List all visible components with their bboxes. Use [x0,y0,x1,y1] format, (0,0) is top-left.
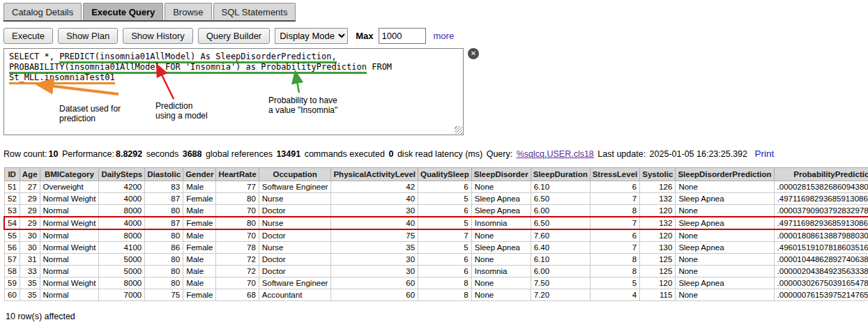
column-header-occupation: Occupation [259,168,331,181]
cell: 4 [590,289,640,301]
cell: Sleep Apnea [676,193,774,205]
table-row[interactable]: 5935Normal Weight800080Male70Software En… [4,277,868,289]
query-editor-area: SELECT *, PREDICT(insomnia01AllModel) As… [3,48,486,137]
cell: 52 [4,193,20,205]
tab-catalog-details[interactable]: Catalog Details [3,3,82,20]
max-input[interactable] [379,28,426,44]
query-class-link[interactable]: %sqlcq.USER.cls18 [517,149,594,159]
cell: 30 [331,205,418,217]
cell: 57 [4,254,20,266]
tab-execute-query[interactable]: Execute Query [83,3,163,20]
cell: 78 [216,242,259,254]
table-row[interactable]: 6035Normal700075Female68Accountant608Non… [4,289,868,301]
cell: 5 [418,242,472,254]
query-label: Query: [487,149,513,159]
column-header-bmicategory: BMICategory [40,168,99,181]
cell: 56 [4,242,20,254]
cell: 7000 [99,289,145,301]
cell: None [676,289,774,301]
cell: Software Engineer [259,277,331,289]
column-header-id: ID [4,168,20,181]
last-update-value: 2025-01-05 16:23:25.392 [650,149,747,159]
cell: 7.50 [531,277,590,289]
print-link[interactable]: Print [755,148,775,159]
cell: 29 [20,205,40,217]
cell: 54 [4,217,20,229]
cell: 6.00 [531,205,590,217]
cell: 6.50 [531,217,590,229]
cell: 30 [331,266,418,277]
table-row[interactable]: 5630Normal Weight410086Female78Nurse355S… [4,242,868,254]
cell: Insomnia [471,266,531,277]
cell: None [676,205,774,217]
cell: Nurse [259,217,331,229]
cell: 35 [20,289,40,301]
column-header-diastolic: Diastolic [145,168,183,181]
sql-line-3: St_MLL.insomniaTest01 [9,72,463,83]
cell: 87 [145,193,183,205]
cell: .000018086138879880309104 [774,229,868,242]
table-row[interactable]: 5731Normal500080Male72Doctor306None6.108… [4,254,868,266]
close-icon[interactable]: ✕ [468,48,479,59]
more-link[interactable]: more [434,31,455,41]
cell: 53 [4,205,20,217]
column-header-probabilityprediction: ProbabilityPrediction [774,168,868,181]
cell: 30 [20,229,40,242]
cell: Male [183,229,216,242]
cell: .49711698293685913086 [774,193,868,205]
cell: 29 [20,217,40,229]
cell: 6 [418,205,472,217]
cell: 120 [640,229,676,242]
table-row[interactable]: 5329Normal800080Male70Doctor306Sleep Apn… [4,205,868,217]
cell: 120 [640,205,676,217]
execute-button[interactable]: Execute [3,28,53,44]
sql-line-1: SELECT *, PREDICT(insomnia01AllModel) As… [9,52,463,62]
tab-browse[interactable]: Browse [165,3,211,20]
cell: 86 [145,242,183,254]
cell: 80 [145,254,183,266]
table-row[interactable]: 5229Normal Weight400087Female80Nurse405S… [4,193,868,205]
cell: 5000 [99,266,145,277]
tab-sql-statements[interactable]: SQL Statements [213,3,296,20]
cell: .0000030267503916547866538 [774,277,868,289]
cell: None [676,229,774,242]
probability-annotation: Probability to have a value "Insomnia" [268,96,337,115]
cell: 4000 [99,217,145,229]
cell: 80 [145,205,183,217]
show-plan-button[interactable]: Show Plan [58,28,118,44]
table-row[interactable]: 5429Normal Weight400087Female80Nurse405I… [4,217,868,229]
performance-unit: seconds [146,149,179,159]
cell: 30 [20,242,40,254]
cell: 31 [20,254,40,266]
cell: 120 [640,277,676,289]
cell: 115 [640,289,676,301]
display-mode-select[interactable]: Display Mode [275,28,348,44]
cell: None [471,254,531,266]
max-label: Max [356,31,373,41]
column-header-sleepduration: SleepDuration [531,168,590,181]
resize-grip[interactable] [455,126,462,134]
cell: 80 [145,229,183,242]
cell: Normal [40,266,99,277]
cell: Female [183,217,216,229]
table-row[interactable]: 5530Normal800080Male70Doctor757None7.606… [4,229,868,242]
cell: Doctor [259,266,331,277]
cell: 4000 [99,193,145,205]
query-builder-button[interactable]: Query Builder [198,28,270,44]
table-row[interactable]: 5127Overweight420083Male77Software Engin… [4,181,868,193]
cell: Normal [40,229,99,242]
cell: .49601519107818603516 [774,242,868,254]
cell: 5 [418,193,472,205]
commands-value: 13491 [276,149,300,159]
table-row[interactable]: 5833Normal500080Male72Doctor306Insomnia6… [4,266,868,277]
cell: 72 [216,266,259,277]
row-count-label: Row count: [3,149,47,159]
cell: .0000007615397521476552361 [774,289,868,301]
cell: 6 [590,181,640,193]
column-header-gender: Gender [183,168,216,181]
cell: 60 [331,289,418,301]
cell: 70 [216,205,259,217]
cell: 68 [216,289,259,301]
show-history-button[interactable]: Show History [123,28,193,44]
column-header-dailysteps: DailySteps [99,168,145,181]
